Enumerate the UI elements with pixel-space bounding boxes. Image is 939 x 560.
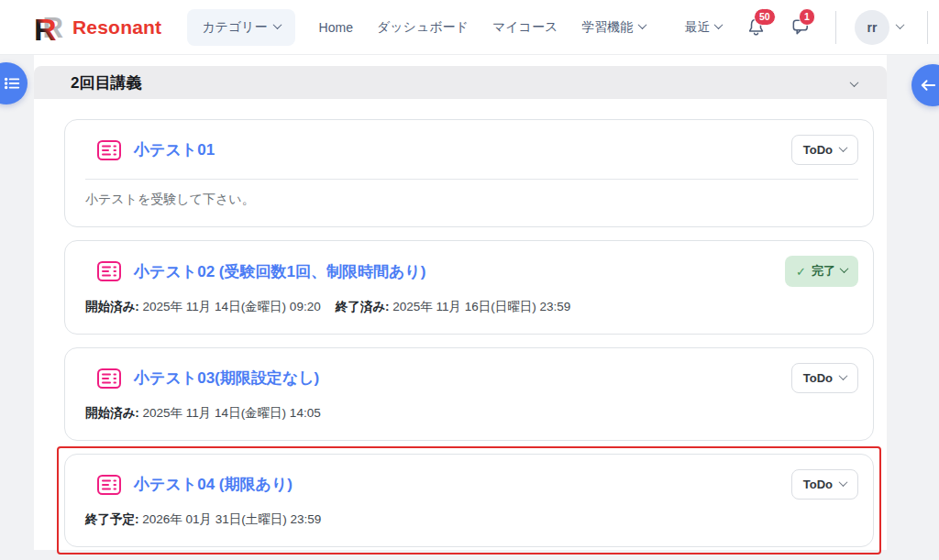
messages-count-badge: 1 — [799, 8, 815, 26]
quiz-icon — [96, 368, 122, 390]
nav-item-0[interactable]: カテゴリー — [187, 9, 294, 46]
svg-text:R: R — [34, 12, 57, 46]
completion-status-todo[interactable]: ToDo — [791, 469, 858, 500]
brand-logo[interactable]: R R Resonant — [33, 9, 161, 46]
quiz-description: 小テストを受験して下さい。 — [85, 192, 858, 208]
section-collapse-toggle[interactable] — [847, 71, 861, 94]
course-content-panel: 2回目講義 小テスト01 ToDo 小テストを受験して下さい。 — [34, 55, 887, 550]
topbar-divider — [927, 11, 928, 44]
quiz-link[interactable]: 小テスト04 (期限あり) — [134, 474, 293, 495]
activity-card-list: 小テスト01 ToDo 小テストを受験して下さい。 小テスト02 (受 — [34, 99, 887, 555]
brand-name: Resonant — [72, 16, 161, 38]
quiz-link[interactable]: 小テスト03(期限設定なし) — [134, 368, 319, 389]
section-header: 2回目講義 — [34, 66, 887, 99]
recent-label: 最近 — [685, 19, 710, 36]
top-navigation-bar: R R Resonant カテゴリーHomeダッシュボードマイコース学習機能 最… — [0, 0, 939, 55]
block-drawer-open-button[interactable] — [911, 64, 939, 106]
list-menu-icon — [3, 75, 21, 92]
nav-item-4[interactable]: 学習機能 — [581, 19, 646, 36]
notifications-button[interactable]: 50 — [746, 16, 767, 38]
messages-button[interactable]: 1 — [790, 16, 812, 38]
main-nav: カテゴリーHomeダッシュボードマイコース学習機能 — [187, 9, 646, 46]
date-pair: 開始済み: 2025年 11月 14日(金曜日) 14:05 — [85, 406, 321, 420]
nav-item-label: ダッシュボード — [377, 19, 469, 36]
quiz-link[interactable]: 小テスト01 — [134, 139, 215, 160]
user-menu[interactable]: rr — [855, 10, 903, 45]
topbar-right-cluster: 最近 50 1 rr — [685, 10, 939, 45]
status-label: 完了 — [812, 263, 835, 280]
quiz-icon — [96, 260, 122, 282]
nav-item-3[interactable]: マイコース — [492, 19, 558, 36]
activity-card: 小テスト02 (受験回数1回、制限時間あり) ✓完了 開始済み: 2025年 1… — [64, 240, 874, 335]
chevron-down-icon — [840, 264, 849, 273]
nav-item-1[interactable]: Home — [319, 20, 353, 35]
notifications-count-badge: 50 — [754, 8, 776, 26]
chevron-down-icon — [839, 371, 848, 380]
quiz-icon — [96, 139, 122, 161]
completion-status-done[interactable]: ✓完了 — [785, 256, 858, 287]
quiz-link[interactable]: 小テスト02 (受験回数1回、制限時間あり) — [134, 261, 425, 282]
chevron-down-icon — [896, 20, 905, 29]
nav-item-label: カテゴリー — [202, 19, 267, 36]
arrow-left-icon — [918, 78, 937, 93]
check-icon: ✓ — [796, 265, 806, 279]
card-divider — [85, 179, 858, 180]
nav-item-2[interactable]: ダッシュボード — [377, 19, 469, 36]
chevron-down-icon — [839, 478, 848, 487]
chevron-down-icon — [272, 20, 282, 29]
avatar: rr — [855, 10, 889, 45]
nav-item-label: マイコース — [492, 19, 558, 36]
chevron-down-icon — [839, 143, 848, 152]
date-pair: 開始済み: 2025年 11月 14日(金曜日) 09:20 — [85, 300, 321, 313]
nav-item-label: 学習機能 — [581, 19, 633, 36]
activity-card: 小テスト01 ToDo 小テストを受験して下さい。 — [64, 119, 874, 227]
chevron-down-icon — [638, 20, 647, 29]
resonant-r-logo-icon: R R — [33, 9, 66, 46]
completion-status-todo[interactable]: ToDo — [791, 135, 858, 165]
topbar-divider — [835, 11, 836, 44]
section-title: 2回目講義 — [71, 72, 141, 93]
quiz-dates: 終了予定: 2026年 01月 31日(土曜日) 23:59 — [85, 511, 858, 528]
activity-card: 小テスト03(期限設定なし) ToDo 開始済み: 2025年 11月 14日(… — [64, 347, 874, 441]
quiz-dates: 開始済み: 2025年 11月 14日(金曜日) 14:05 — [85, 405, 858, 422]
date-pair: 終了済み: 2025年 11月 16日(日曜日) 23:59 — [336, 300, 571, 313]
activity-card-highlighted: 小テスト04 (期限あり) ToDo 終了予定: 2026年 01月 31日(土… — [57, 446, 881, 555]
recent-dropdown[interactable]: 最近 — [685, 19, 722, 36]
quiz-dates: 開始済み: 2025年 11月 14日(金曜日) 09:20終了済み: 2025… — [85, 299, 858, 315]
date-pair: 終了予定: 2026年 01月 31日(土曜日) 23:59 — [85, 512, 321, 526]
chevron-down-icon — [714, 20, 724, 29]
status-label: ToDo — [803, 478, 833, 491]
completion-status-todo[interactable]: ToDo — [791, 363, 858, 393]
course-index-drawer-button[interactable] — [0, 62, 28, 104]
nav-item-label: Home — [319, 20, 353, 35]
status-label: ToDo — [803, 371, 833, 385]
quiz-icon — [96, 474, 122, 496]
status-label: ToDo — [803, 143, 833, 157]
